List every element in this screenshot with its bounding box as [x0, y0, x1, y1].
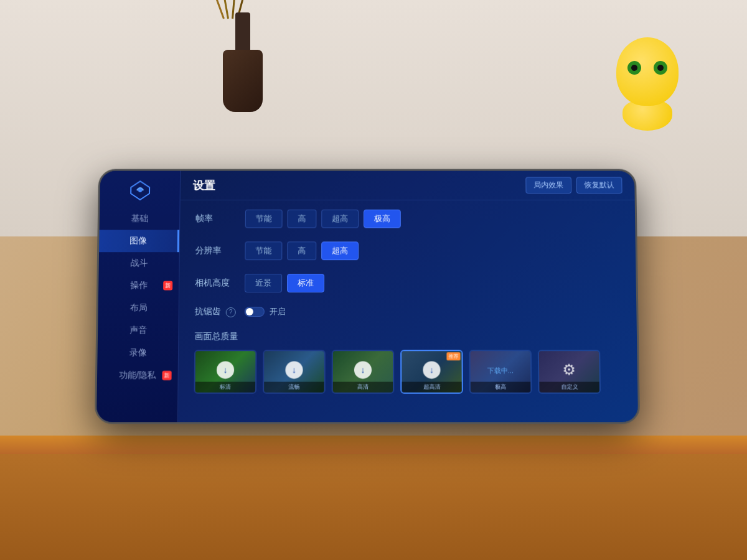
sidebar-item-basic[interactable]: 基础 [100, 208, 180, 230]
sidebar-label-operation: 操作 [130, 280, 148, 290]
quality-thumb-6[interactable]: ⚙ 自定义 [538, 350, 601, 394]
sidebar-label-layout: 布局 [129, 302, 147, 312]
vase-body [223, 50, 263, 112]
anti-aliasing-label: 抗锯齿 ? [195, 306, 245, 317]
header-buttons: 局内效果 恢复默认 [525, 177, 622, 194]
thumb-label-3: 高清 [333, 382, 393, 393]
framerate-option-extreme[interactable]: 极高 [364, 210, 401, 228]
sidebar-item-operation[interactable]: 操作 新 [98, 274, 179, 297]
thumb-badge-4: 推荐 [446, 352, 460, 360]
framerate-row: 帧率 节能 高 超高 极高 [195, 210, 619, 228]
camera-height-options: 近景 标准 [245, 274, 324, 292]
sidebar-label-privacy: 功能/隐私 [119, 370, 156, 380]
scene: 基础 图像 战斗 操作 新 布局 声 [0, 0, 747, 560]
thumb-bg-3: ↓ 高清 [333, 351, 393, 393]
thumb-label-5: 极高 [471, 382, 531, 393]
thumb-bg-2: ↓ 流畅 [264, 351, 324, 393]
framerate-option-ultra[interactable]: 超高 [321, 210, 359, 228]
sidebar-item-layout[interactable]: 布局 [98, 297, 179, 319]
thumb-bg-5: 下载中... 极高 [471, 351, 531, 393]
quality-section: 画面总质量 ↓ 标清 ↓ [194, 331, 622, 394]
thumb-label-2: 流畅 [264, 382, 324, 393]
anti-aliasing-row: 抗锯齿 ? 开启 [195, 306, 621, 317]
toggle-knob [246, 308, 253, 315]
resolution-option-high[interactable]: 高 [287, 241, 316, 260]
anti-aliasing-help-icon[interactable]: ? [226, 307, 236, 317]
settings-content: 帧率 节能 高 超高 极高 分辨率 节能 [178, 200, 638, 422]
sidebar-label-basic: 基础 [131, 213, 148, 223]
framerate-option-high[interactable]: 高 [287, 210, 316, 228]
anti-aliasing-toggle-label: 开启 [270, 306, 286, 317]
phone: 基础 图像 战斗 操作 新 布局 声 [95, 169, 640, 424]
camera-height-standard[interactable]: 标准 [287, 274, 324, 292]
thumb-progress-5: 下载中... [487, 366, 514, 375]
quality-thumb-5[interactable]: 下载中... 极高 [469, 350, 532, 394]
resolution-label: 分辨率 [195, 245, 245, 256]
sidebar-logo [128, 178, 153, 203]
thumb-download-icon-3: ↓ [354, 362, 372, 379]
framerate-option-save[interactable]: 节能 [245, 210, 283, 228]
sidebar-label-recording: 录像 [129, 347, 146, 357]
camera-height-row: 相机高度 近景 标准 [195, 274, 621, 292]
phone-screen: 基础 图像 战斗 操作 新 布局 声 [96, 171, 638, 422]
resolution-option-save[interactable]: 节能 [245, 241, 282, 260]
anti-aliasing-toggle-area: 开启 [245, 306, 286, 317]
resolution-option-ultra[interactable]: 超高 [321, 241, 359, 260]
vase [218, 12, 268, 137]
quality-thumbnails: ↓ 标清 ↓ 流畅 [194, 350, 622, 394]
gear-icon-6: ⚙ [562, 362, 576, 379]
camera-height-close[interactable]: 近景 [245, 274, 282, 292]
thumb-label-4: 超高清 [402, 382, 462, 393]
quality-thumb-2[interactable]: ↓ 流畅 [263, 350, 326, 394]
sidebar-item-recording[interactable]: 录像 [97, 342, 178, 364]
badge-new-operation: 新 [163, 281, 172, 291]
toy-eye-left [627, 61, 641, 75]
framerate-label: 帧率 [195, 213, 245, 225]
thumb-label-6: 自定义 [539, 382, 599, 393]
quality-thumb-3[interactable]: ↓ 高清 [332, 350, 395, 394]
thumb-bg-1: ↓ 标清 [195, 351, 256, 393]
toy-head [616, 37, 679, 106]
sidebar-label-sound: 声音 [129, 325, 147, 335]
in-game-effect-button[interactable]: 局内效果 [525, 177, 571, 194]
sidebar-item-combat[interactable]: 战斗 [99, 252, 179, 274]
sidebar-item-image[interactable]: 图像 [99, 230, 179, 252]
framerate-options: 节能 高 超高 极高 [245, 210, 401, 228]
camera-height-label: 相机高度 [195, 278, 245, 289]
thumb-download-icon-2: ↓ [285, 362, 303, 379]
quality-thumb-4[interactable]: ↓ 推荐 超高清 [400, 350, 463, 394]
header: 设置 局内效果 恢复默认 [181, 171, 635, 200]
sidebar-label-combat: 战斗 [130, 258, 148, 268]
resolution-options: 节能 高 超高 [245, 241, 359, 260]
wooden-table [0, 436, 747, 560]
thumb-download-icon-4: ↓ [423, 362, 440, 379]
badge-new-privacy: 新 [162, 371, 171, 380]
restore-default-button[interactable]: 恢复默认 [576, 177, 622, 194]
thumb-bg-6: ⚙ 自定义 [539, 351, 599, 393]
table-top [0, 436, 747, 454]
anti-aliasing-toggle[interactable] [245, 307, 265, 317]
main-content: 设置 局内效果 恢复默认 帧率 节能 高 [178, 171, 638, 422]
quality-thumb-1[interactable]: ↓ 标清 [194, 350, 256, 394]
page-title: 设置 [193, 178, 215, 193]
phone-wrapper: 基础 图像 战斗 操作 新 布局 声 [95, 169, 640, 424]
quality-title: 画面总质量 [194, 331, 621, 342]
sidebar-item-sound[interactable]: 声音 [98, 319, 179, 342]
resolution-row: 分辨率 节能 高 超高 [195, 241, 621, 260]
thumb-bg-4: ↓ 推荐 超高清 [402, 351, 462, 393]
sidebar-item-privacy[interactable]: 功能/隐私 新 [97, 364, 178, 386]
thumb-download-icon-1: ↓ [217, 362, 234, 379]
toy-eye-right [654, 61, 667, 75]
yellow-toy [610, 37, 685, 131]
thumb-label-1: 标清 [195, 382, 256, 393]
sidebar: 基础 图像 战斗 操作 新 布局 声 [96, 171, 181, 422]
sidebar-label-image: 图像 [129, 235, 147, 245]
